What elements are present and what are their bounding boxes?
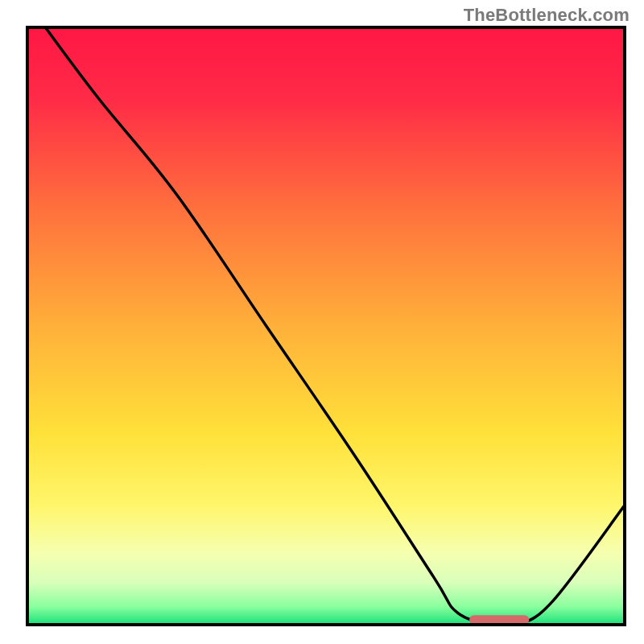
watermark-text: TheBottleneck.com (464, 5, 630, 26)
plot-background (27, 27, 625, 625)
chart-container: TheBottleneck.com (0, 0, 644, 644)
bottleneck-chart (0, 0, 644, 644)
